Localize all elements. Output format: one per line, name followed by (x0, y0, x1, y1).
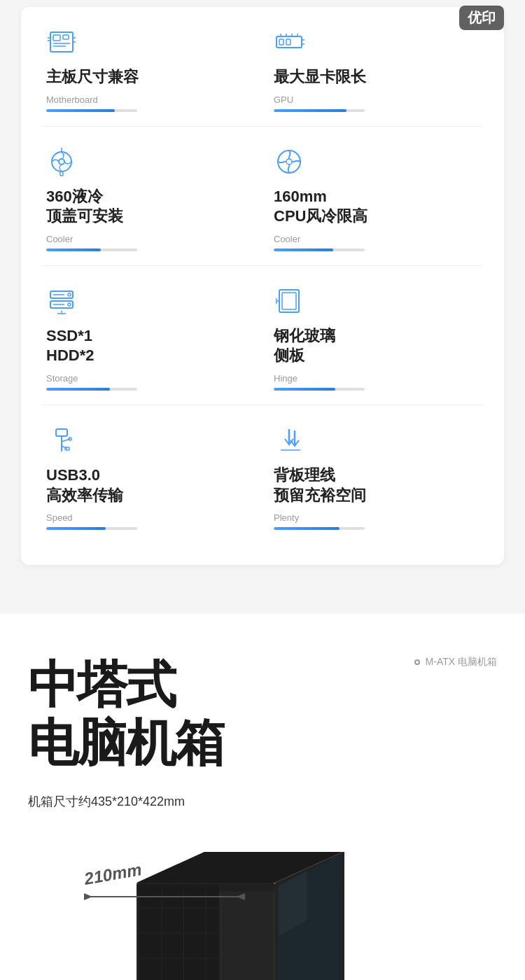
progress-bar-hinge (274, 388, 365, 391)
product-size: 机箱尺寸约435*210*422mm (28, 793, 497, 810)
product-title: 中塔式 电脑机箱 (28, 656, 497, 772)
progress-bar-storage (46, 388, 137, 391)
fan-icon (274, 146, 309, 181)
case-image-wrapper: 210mm (0, 852, 525, 980)
spec-label-gpu: GPU (274, 94, 293, 105)
motherboard-icon (46, 27, 81, 62)
svg-point-23 (286, 159, 292, 164)
spec-label-cooler-cpu: Cooler (274, 234, 300, 244)
specs-grid: 主板尺寸兼容 Motherboard (35, 7, 490, 544)
svg-point-22 (278, 150, 300, 173)
progress-bar-cooler-top (46, 248, 137, 251)
spec-item-gpu: 最大显卡限长 GPU (262, 7, 490, 126)
spec-item-storage: SSD*1HDD*2 Storage (35, 266, 262, 405)
storage-icon (46, 286, 81, 321)
svg-point-26 (68, 293, 71, 296)
gpu-icon (274, 27, 309, 62)
spec-title-cooler-cpu: 160mmCPU风冷限高 (274, 187, 368, 227)
cable-icon (274, 425, 309, 460)
spec-label-storage: Storage (46, 373, 78, 384)
spec-item-cooler-top: 360液冷顶盖可安装 Cooler (35, 127, 262, 265)
spec-item-speed: USB3.0高效率传输 Speed (35, 405, 262, 544)
spec-item-hinge: 钢化玻璃侧板 Hinge (262, 266, 490, 405)
svg-rect-33 (282, 293, 296, 309)
progress-fill-motherboard (46, 109, 115, 112)
badge-dot (414, 659, 420, 665)
cooler-top-icon (46, 146, 81, 181)
dimension-text: 210mm (83, 860, 143, 889)
svg-rect-11 (286, 39, 290, 45)
svg-rect-2 (63, 35, 69, 39)
progress-bar-cooler-cpu (274, 248, 365, 251)
progress-bar-motherboard (46, 109, 137, 112)
spec-label-speed: Speed (46, 512, 73, 523)
spec-title-plenty: 背板理线预留充裕空间 (274, 465, 366, 505)
spec-item-plenty: 背板理线预留充裕空间 Plenty (262, 405, 490, 544)
progress-bar-gpu (274, 109, 365, 112)
svg-point-19 (59, 159, 64, 164)
spec-title-gpu: 最大显卡限长 (274, 67, 366, 88)
spec-label-plenty: Plenty (274, 512, 299, 523)
svg-rect-10 (279, 39, 284, 45)
progress-bar-speed (46, 527, 137, 530)
spec-label-cooler-top: Cooler (46, 234, 73, 244)
spec-title-cooler-top: 360液冷顶盖可安装 (46, 187, 123, 227)
spec-title-storage: SSD*1HDD*2 (46, 326, 94, 366)
svg-rect-1 (53, 35, 60, 41)
spec-label-hinge: Hinge (274, 373, 298, 384)
case-image-section: 210mm (0, 838, 525, 980)
progress-fill-plenty (274, 527, 340, 530)
svg-rect-9 (276, 36, 302, 48)
dimension-arrow (84, 890, 252, 904)
spec-label-motherboard: Motherboard (46, 94, 98, 105)
section-gap (0, 565, 525, 614)
svg-marker-46 (84, 893, 92, 900)
spec-item-cooler-cpu: 160mmCPU风冷限高 Cooler (262, 127, 490, 265)
svg-point-27 (68, 303, 71, 306)
progress-fill-gpu (274, 109, 346, 112)
progress-fill-speed (46, 527, 106, 530)
specs-card: 主板尺寸兼容 Motherboard (21, 7, 504, 565)
watermark-badge: 优印 (459, 6, 504, 30)
progress-bar-plenty (274, 527, 365, 530)
spec-title-hinge: 钢化玻璃侧板 (274, 326, 335, 366)
progress-fill-storage (46, 388, 110, 391)
hinge-icon (274, 286, 309, 321)
svg-point-18 (52, 152, 71, 172)
product-title-line2: 电脑机箱 (28, 714, 497, 772)
product-badge: M-ATX 电脑机箱 (414, 656, 497, 668)
svg-marker-47 (237, 893, 245, 900)
progress-fill-cooler-cpu (274, 248, 333, 251)
progress-fill-cooler-top (46, 248, 101, 251)
dimension-label-area: 210mm (84, 864, 252, 904)
product-intro-section: M-ATX 电脑机箱 中塔式 电脑机箱 机箱尺寸约435*210*422mm (0, 614, 525, 838)
spec-title-motherboard: 主板尺寸兼容 (46, 67, 139, 88)
progress-fill-hinge (274, 388, 335, 391)
usb-icon (46, 425, 81, 460)
spec-title-speed: USB3.0高效率传输 (46, 465, 123, 505)
svg-rect-36 (56, 429, 67, 436)
spec-item-motherboard: 主板尺寸兼容 Motherboard (35, 7, 262, 126)
badge-label: M-ATX 电脑机箱 (426, 656, 497, 668)
